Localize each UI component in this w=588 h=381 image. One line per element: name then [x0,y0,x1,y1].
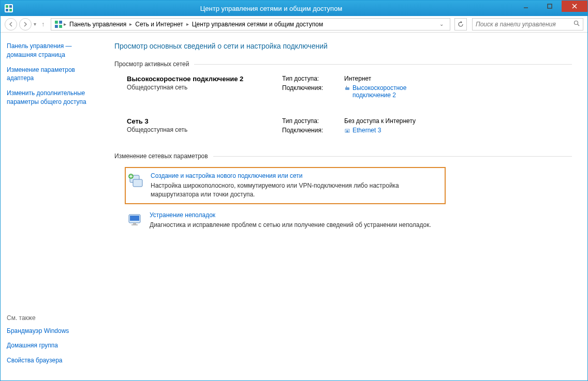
svg-rect-15 [346,86,347,87]
connections-label: Подключения: [282,84,344,92]
setting-desc: Настройка широкополосного, коммутируемог… [151,181,443,199]
breadcrumb-item[interactable]: Панель управления [67,21,128,28]
svg-rect-19 [133,179,142,187]
chevron-right-icon[interactable]: ▸ [186,21,189,27]
setting-troubleshoot[interactable]: Устранение неполадок Диагностика и испра… [125,207,446,234]
svg-line-13 [578,24,579,26]
network-item: Сеть 3 Общедоступная сеть Тип доступа: Б… [114,117,572,134]
setting-new-connection[interactable]: Создание и настройка нового подключения … [125,167,446,204]
maximize-button[interactable] [538,1,562,12]
connection-link[interactable]: Ethernet 3 [344,127,381,134]
breadcrumb-dropdown-icon[interactable]: ⌄ [436,21,447,27]
close-button[interactable] [562,1,587,12]
main-panel: Просмотр основных сведений о сети и наст… [109,33,587,380]
change-settings-heading: Изменение сетевых параметров [114,153,572,160]
network-center-icon [54,20,63,28]
svg-rect-17 [346,130,348,132]
network-item: Высокоскоростное подключение 2 Общедосту… [114,75,572,99]
sidebar-link-browser[interactable]: Свойства браузера [7,356,103,365]
refresh-button[interactable] [454,18,467,31]
network-name: Высокоскоростное подключение 2 [127,75,282,83]
sidebar: Панель управления — домашняя страница Из… [1,33,109,380]
connections-label: Подключения: [282,127,344,134]
svg-rect-10 [55,25,58,28]
access-type-label: Тип доступа: [282,117,344,125]
access-type-value: Без доступа к Интернету [344,117,416,125]
connection-link[interactable]: Высокоскоростное подключение 2 [344,84,437,99]
svg-rect-0 [6,5,8,8]
svg-rect-24 [131,224,138,225]
search-input[interactable] [476,21,574,28]
setting-title[interactable]: Устранение неполадок [150,211,431,219]
see-also-heading: См. также [7,314,103,322]
svg-rect-1 [9,5,12,8]
network-name: Сеть 3 [127,117,282,125]
back-button[interactable] [5,18,17,31]
search-box[interactable] [472,18,583,31]
breadcrumb[interactable]: ▸ Панель управления ▸ Сеть и Интернет ▸ … [51,18,450,31]
recent-dropdown-icon[interactable]: ▾ [34,21,36,27]
sidebar-link-homegroup[interactable]: Домашняя группа [7,341,103,350]
troubleshoot-icon [127,211,143,228]
svg-rect-14 [345,87,349,90]
svg-rect-11 [59,25,62,28]
network-type: Общедоступная сеть [127,84,282,91]
svg-rect-22 [130,216,139,221]
new-connection-icon [128,172,144,189]
svg-rect-8 [55,21,58,24]
divider [194,64,572,65]
breadcrumb-item[interactable]: Центр управления сетями и общим доступом [190,21,326,28]
sidebar-link-adapter[interactable]: Изменение параметров адаптера [7,66,103,83]
active-networks-heading: Просмотр активных сетей [114,60,572,68]
chevron-right-icon[interactable]: ▸ [129,21,132,27]
divider [213,156,572,157]
setting-desc: Диагностика и исправление проблем с сеть… [150,221,431,230]
access-type-value: Интернет [344,75,371,82]
svg-rect-3 [9,9,12,11]
window-title: Центр управления сетями и общим доступом [17,5,587,12]
network-type: Общедоступная сеть [127,126,282,133]
up-button[interactable]: ↑ [41,21,45,28]
chevron-right-icon[interactable]: ▸ [64,21,66,27]
minimize-button[interactable] [514,1,538,12]
ethernet-icon [344,128,350,134]
setting-title[interactable]: Создание и настройка нового подключения … [151,172,443,179]
svg-rect-2 [6,9,8,11]
access-type-label: Тип доступа: [282,75,344,82]
sidebar-link-firewall[interactable]: Брандмауэр Windows [7,327,103,336]
breadcrumb-item[interactable]: Сеть и Интернет [133,21,185,28]
page-heading: Просмотр основных сведений о сети и наст… [114,42,572,50]
modem-icon [344,85,350,92]
titlebar: Центр управления сетями и общим доступом [1,1,587,16]
search-icon[interactable] [574,20,580,28]
forward-button[interactable] [19,18,32,31]
app-icon [5,4,13,12]
sidebar-link-sharing[interactable]: Изменить дополнительные параметры общего… [7,89,103,106]
svg-rect-9 [59,21,62,24]
svg-point-12 [575,21,578,25]
svg-rect-5 [548,4,552,8]
navbar: ▾ ↑ ▸ Панель управления ▸ Сеть и Интерне… [1,16,587,33]
svg-rect-23 [133,223,136,224]
sidebar-link-home[interactable]: Панель управления — домашняя страница [7,42,103,59]
